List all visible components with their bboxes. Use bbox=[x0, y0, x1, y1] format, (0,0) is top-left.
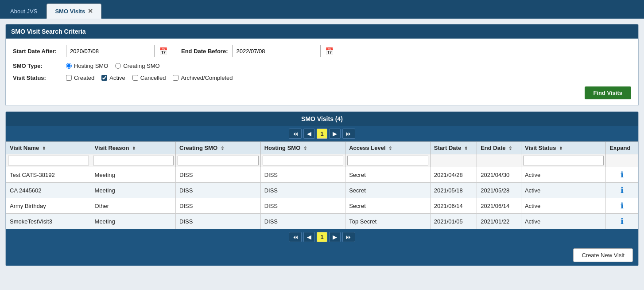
cell-hosting-smo: DISS bbox=[260, 167, 345, 183]
cell-expand: ℹ bbox=[606, 214, 638, 229]
filter-visit-name bbox=[6, 154, 91, 167]
cell-start-date: 2021/05/18 bbox=[430, 183, 477, 198]
hosting-smo-radio[interactable] bbox=[66, 63, 72, 69]
smo-type-radio-group: Hosting SMO Creating SMO bbox=[66, 63, 160, 69]
end-date-input[interactable] bbox=[232, 45, 321, 57]
next-page-btn[interactable]: ▶ bbox=[329, 129, 341, 139]
sort-icon-start-date[interactable]: ⇕ bbox=[464, 146, 468, 151]
created-checkbox[interactable] bbox=[66, 75, 72, 81]
filter-hosting-smo-input[interactable] bbox=[263, 156, 344, 165]
table-header-row: Visit Name ⇕ Visit Reason ⇕ Creating SMO… bbox=[6, 142, 638, 154]
filter-visit-reason-input[interactable] bbox=[93, 156, 174, 165]
filter-expand bbox=[606, 154, 638, 167]
results-tbody: Test CATS-38192 Meeting DISS DISS Secret… bbox=[6, 167, 638, 229]
cell-end-date: 2021/01/22 bbox=[477, 214, 521, 229]
filter-creating-smo bbox=[176, 154, 261, 167]
search-panel: SMO Visit Search Criteria Start Date Aft… bbox=[5, 24, 639, 106]
visit-status-label: Visit Status: bbox=[13, 74, 62, 81]
filter-visit-name-input[interactable] bbox=[8, 156, 89, 165]
creating-smo-radio[interactable] bbox=[115, 63, 121, 69]
cell-start-date: 2021/04/28 bbox=[430, 167, 477, 183]
filter-visit-status-input[interactable] bbox=[523, 156, 604, 165]
end-date-label: End Date Before: bbox=[181, 48, 228, 55]
table-row: Test CATS-38192 Meeting DISS DISS Secret… bbox=[6, 167, 638, 183]
bottom-next-page-btn[interactable]: ▶ bbox=[329, 232, 341, 242]
status-active[interactable]: Active bbox=[101, 74, 125, 81]
tab-about-jvs[interactable]: About JVS bbox=[2, 4, 46, 19]
creating-smo-label: Creating SMO bbox=[123, 63, 159, 69]
cell-visit-name: SmokeTestVisit3 bbox=[6, 214, 91, 229]
sort-icon-visit-name[interactable]: ⇕ bbox=[42, 146, 46, 151]
prev-page-btn[interactable]: ◀ bbox=[303, 129, 315, 139]
cell-visit-name: Test CATS-38192 bbox=[6, 167, 91, 183]
cell-visit-status: Active bbox=[521, 183, 606, 198]
cell-creating-smo: DISS bbox=[176, 183, 261, 198]
find-visits-button[interactable]: Find Visits bbox=[585, 86, 632, 99]
cell-visit-reason: Meeting bbox=[91, 214, 176, 229]
bottom-last-page-btn[interactable]: ⏭ bbox=[342, 232, 355, 242]
archived-label: Archived/Completed bbox=[181, 74, 233, 81]
tab-smo-visits-label: SMO Visits bbox=[55, 8, 85, 15]
cell-visit-reason: Meeting bbox=[91, 167, 176, 183]
expand-icon[interactable]: ℹ bbox=[621, 217, 624, 226]
filter-access-level bbox=[345, 154, 431, 167]
expand-icon[interactable]: ℹ bbox=[621, 186, 624, 195]
sort-icon-visit-status[interactable]: ⇕ bbox=[559, 146, 563, 151]
tab-smo-visits[interactable]: SMO Visits ✕ bbox=[47, 4, 101, 19]
table-row: Army Birthday Other DISS DISS Secret 202… bbox=[6, 198, 638, 214]
cell-visit-reason: Meeting bbox=[91, 183, 176, 198]
create-new-visit-button[interactable]: Create New Visit bbox=[573, 248, 633, 262]
cancelled-label: Cancelled bbox=[140, 74, 166, 81]
sort-icon-access-level[interactable]: ⇕ bbox=[388, 146, 392, 151]
search-actions: Find Visits bbox=[13, 86, 631, 99]
filter-access-level-input[interactable] bbox=[347, 156, 428, 165]
smo-type-hosting[interactable]: Hosting SMO bbox=[66, 63, 108, 69]
cell-hosting-smo: DISS bbox=[260, 198, 345, 214]
status-created[interactable]: Created bbox=[66, 74, 94, 81]
first-page-btn[interactable]: ⏮ bbox=[289, 129, 302, 139]
expand-icon[interactable]: ℹ bbox=[621, 170, 624, 179]
filter-row bbox=[6, 154, 638, 167]
date-row: Start Date After: 📅 End Date Before: 📅 bbox=[13, 45, 631, 57]
start-date-input[interactable] bbox=[66, 45, 155, 57]
cancelled-checkbox[interactable] bbox=[132, 75, 138, 81]
archived-checkbox[interactable] bbox=[173, 75, 178, 81]
active-checkbox[interactable] bbox=[101, 75, 107, 81]
bottom-prev-page-btn[interactable]: ◀ bbox=[303, 232, 315, 242]
col-hosting-smo: Hosting SMO ⇕ bbox=[260, 142, 345, 154]
expand-icon[interactable]: ℹ bbox=[621, 201, 624, 210]
bottom-first-page-btn[interactable]: ⏮ bbox=[289, 232, 302, 242]
tab-about-jvs-label: About JVS bbox=[10, 8, 37, 15]
results-header: SMO Visits (4) bbox=[6, 112, 638, 126]
cell-expand: ℹ bbox=[606, 183, 638, 198]
cell-hosting-smo: DISS bbox=[260, 214, 345, 229]
status-cancelled[interactable]: Cancelled bbox=[132, 74, 166, 81]
col-start-date: Start Date ⇕ bbox=[430, 142, 477, 154]
filter-visit-status bbox=[521, 154, 606, 167]
last-page-btn[interactable]: ⏭ bbox=[342, 129, 355, 139]
hosting-smo-label: Hosting SMO bbox=[74, 63, 108, 69]
status-archived[interactable]: Archived/Completed bbox=[173, 74, 233, 81]
search-panel-header: SMO Visit Search Criteria bbox=[6, 24, 638, 39]
cell-visit-name: Army Birthday bbox=[6, 198, 91, 214]
close-icon[interactable]: ✕ bbox=[88, 8, 93, 15]
cell-hosting-smo: DISS bbox=[260, 183, 345, 198]
current-page-btn[interactable]: 1 bbox=[317, 129, 327, 139]
start-date-calendar-icon[interactable]: 📅 bbox=[159, 47, 168, 55]
tabs-bar: About JVS SMO Visits ✕ bbox=[0, 0, 644, 19]
bottom-current-page-btn[interactable]: 1 bbox=[317, 232, 327, 242]
cell-creating-smo: DISS bbox=[176, 167, 261, 183]
col-creating-smo: Creating SMO ⇕ bbox=[176, 142, 261, 154]
filter-creating-smo-input[interactable] bbox=[178, 156, 259, 165]
cell-access-level: Top Secret bbox=[345, 214, 431, 229]
visit-status-row: Visit Status: Created Active Cancelled bbox=[13, 74, 631, 81]
sort-icon-hosting-smo[interactable]: ⇕ bbox=[303, 146, 307, 151]
sort-icon-creating-smo[interactable]: ⇕ bbox=[221, 146, 224, 151]
col-end-date: End Date ⇕ bbox=[477, 142, 521, 154]
sort-icon-visit-reason[interactable]: ⇕ bbox=[132, 146, 136, 151]
cell-visit-reason: Other bbox=[91, 198, 176, 214]
end-date-calendar-icon[interactable]: 📅 bbox=[325, 47, 334, 55]
smo-type-creating[interactable]: Creating SMO bbox=[115, 63, 159, 69]
sort-icon-end-date[interactable]: ⇕ bbox=[508, 146, 512, 151]
table-row: SmokeTestVisit3 Meeting DISS DISS Top Se… bbox=[6, 214, 638, 229]
